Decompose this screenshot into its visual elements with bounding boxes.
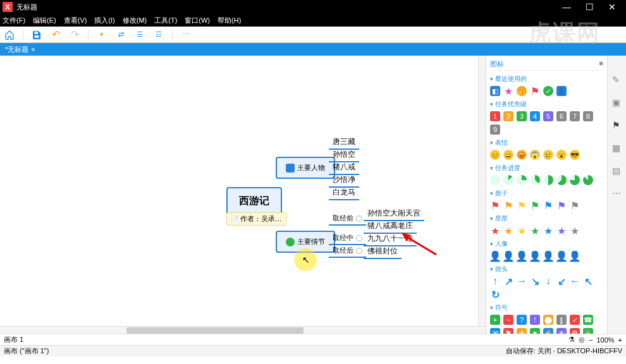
symbol-icon[interactable]: ✓ [570, 315, 580, 325]
print-icon[interactable]: ☲ [153, 29, 164, 40]
menu-edit[interactable]: 编辑(E) [33, 16, 56, 25]
person-icon[interactable]: 👤 [556, 86, 567, 96]
emoji-icon[interactable]: 😢 [543, 150, 553, 160]
zoom-out-icon[interactable]: − [589, 336, 592, 344]
center-node[interactable]: 西游记 [226, 187, 282, 215]
like-icon[interactable]: 👍 [517, 86, 527, 96]
star-icon[interactable]: ★ [530, 226, 540, 236]
symbol-icon[interactable]: ♥ [530, 328, 540, 334]
star-icon[interactable]: ★ [503, 86, 513, 96]
flag-icon[interactable]: ⚑ [490, 200, 500, 210]
priority-icon[interactable]: 7 [570, 111, 580, 121]
person-icon[interactable]: 👤 [530, 251, 540, 261]
zoom-in-icon[interactable]: + [618, 336, 622, 344]
flag-icon[interactable]: ⚑ [517, 200, 527, 210]
star-icon[interactable]: ★ [543, 226, 553, 236]
section-stars[interactable]: 星星 [490, 214, 603, 223]
grid-icon[interactable]: ▦ [612, 143, 622, 153]
share-icon[interactable]: ⇄ [115, 29, 126, 40]
symbol-icon[interactable]: ✉ [490, 328, 500, 334]
section-arrows[interactable]: 箭头 [490, 265, 603, 274]
priority-icon[interactable]: 5 [543, 111, 553, 121]
flag-icon[interactable]: ⚑ [556, 200, 567, 210]
person-icon[interactable]: 👤 [570, 251, 580, 261]
person-icon[interactable]: 👤 [490, 251, 500, 261]
progress-icon[interactable] [556, 175, 567, 185]
priority-icon[interactable]: 6 [556, 111, 567, 121]
menu-insert[interactable]: 插入(I) [94, 16, 114, 25]
scrollbar-horizontal[interactable] [0, 326, 486, 334]
flag-icon[interactable]: ⚑ [530, 200, 540, 210]
maximize-button[interactable]: ☐ [578, 2, 601, 12]
flag-tab-icon[interactable]: ⚑ [612, 120, 622, 130]
redo-icon[interactable]: ↷ [69, 29, 80, 40]
menu-tools[interactable]: 工具(T) [154, 16, 177, 25]
symbol-icon[interactable]: ⚡ [543, 328, 553, 334]
emoji-icon[interactable]: 😊 [490, 150, 500, 160]
sheet-name[interactable]: 画布 1 [4, 335, 23, 344]
progress-icon[interactable] [530, 175, 540, 185]
symbol-icon[interactable]: ☎ [583, 315, 593, 325]
priority-icon[interactable]: 2 [503, 111, 513, 121]
topic-characters[interactable]: 主要人物 [276, 157, 335, 179]
emoji-icon[interactable]: 😱 [530, 150, 540, 160]
section-progress[interactable]: 任务进度 [490, 164, 603, 173]
section-symbols[interactable]: 符号 [490, 303, 603, 312]
star-icon[interactable]: ★ [570, 226, 580, 236]
section-recent[interactable]: 最近使用的 [490, 75, 603, 83]
more-icon[interactable]: ⋯ [180, 29, 192, 40]
close-button[interactable]: ✕ [601, 2, 623, 12]
flag-icon[interactable]: ⚑ [530, 86, 540, 96]
symbol-icon[interactable]: ⚑ [503, 328, 513, 334]
menu-help[interactable]: 帮助(H) [218, 16, 241, 25]
comment-icon[interactable]: ⋯ [612, 188, 622, 198]
check-icon[interactable]: ✓ [543, 86, 553, 96]
arrow-icon[interactable]: ↑ [490, 276, 500, 286]
symbol-icon[interactable]: ⬤ [543, 315, 553, 325]
section-priority[interactable]: 任务优先级 [490, 100, 603, 109]
star-icon[interactable]: ★ [490, 226, 500, 236]
symbol-icon[interactable]: ⚙ [570, 328, 580, 334]
folder-icon[interactable]: ▾ [96, 29, 107, 40]
leaf-node[interactable]: 取经后 [329, 245, 366, 258]
symbol-icon[interactable]: + [490, 315, 500, 325]
symbol-icon[interactable]: ☀ [556, 328, 567, 334]
scrollbar-vertical[interactable] [478, 56, 486, 326]
minimize-button[interactable]: — [555, 2, 578, 12]
section-emoji[interactable]: 表情 [490, 138, 603, 147]
leaf-node[interactable]: 佛祖封位 [364, 245, 402, 259]
expand-icon[interactable] [356, 215, 362, 222]
canvas-area[interactable]: 西游记 📄 作者：吴承… 主要人物 唐三藏 孙悟空 猪八戒 沙悟净 白龙马 主要… [0, 56, 486, 334]
progress-icon[interactable] [517, 175, 527, 185]
section-flags[interactable]: 旗子 [490, 189, 603, 198]
person-icon[interactable]: 👤 [556, 251, 567, 261]
menu-window[interactable]: 窗口(W) [185, 16, 210, 25]
symbol-icon[interactable]: ! [530, 315, 540, 325]
arrow-icon[interactable]: ↻ [490, 289, 500, 300]
symbol-icon[interactable]: − [503, 315, 513, 325]
menu-file[interactable]: 文件(F) [3, 16, 25, 25]
priority-icon[interactable]: 9 [490, 124, 500, 135]
person-icon[interactable]: 👤 [503, 251, 513, 261]
home-icon[interactable] [4, 29, 15, 40]
star-icon[interactable]: ★ [556, 226, 567, 236]
symbol-icon[interactable]: 🔒 [583, 328, 593, 334]
star-icon[interactable]: ★ [517, 226, 527, 236]
symbol-icon[interactable]: ‖ [556, 315, 567, 325]
tab-untitled[interactable]: *无标题 × [0, 44, 40, 56]
menu-modify[interactable]: 修改(M) [123, 16, 147, 25]
progress-icon[interactable] [503, 175, 513, 185]
progress-icon[interactable] [543, 175, 553, 185]
image-icon[interactable]: ▣ [612, 97, 622, 107]
leaf-node[interactable]: 白龙马 [329, 186, 359, 200]
arrow-icon[interactable]: ↘ [530, 276, 540, 286]
leaf-node[interactable]: 取经前 [329, 212, 366, 226]
arrow-icon[interactable]: ↓ [543, 276, 553, 286]
note-icon[interactable]: ▤ [612, 166, 622, 176]
menu-view[interactable]: 查看(V) [64, 16, 87, 25]
progress-icon[interactable] [570, 175, 580, 185]
canvas[interactable]: 西游记 📄 作者：吴承… 主要人物 唐三藏 孙悟空 猪八戒 沙悟净 白龙马 主要… [0, 56, 486, 334]
flag-icon[interactable]: ⚑ [570, 200, 580, 210]
author-note[interactable]: 📄 作者：吴承… [226, 212, 286, 226]
sidepanel-menu-icon[interactable]: ≡ [599, 59, 603, 69]
